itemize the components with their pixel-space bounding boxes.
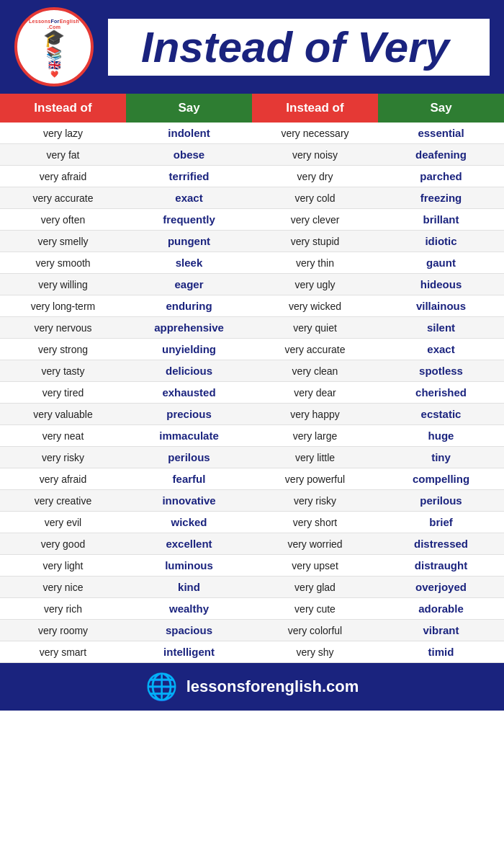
cell-r23-c2: very colorful: [252, 620, 378, 641]
table-row: very richwealthyvery cuteadorable: [0, 598, 504, 620]
cell-r8-c1: enduring: [126, 295, 252, 317]
cell-r2-c3: parched: [378, 166, 504, 187]
cell-r21-c2: very glad: [252, 577, 378, 598]
cell-r17-c1: innovative: [126, 490, 252, 512]
cell-r24-c1: intelligent: [126, 641, 252, 663]
cell-r10-c3: exact: [378, 339, 504, 360]
table-row: very valuablepreciousvery happyecstatic: [0, 404, 504, 425]
cell-r1-c2: very noisy: [252, 144, 378, 166]
cell-r21-c3: overjoyed: [378, 577, 504, 598]
cell-r2-c0: very afraid: [0, 166, 126, 187]
flag-icon: 🇬🇧: [48, 60, 60, 71]
cell-r0-c3: essential: [378, 123, 504, 144]
cell-r2-c2: very dry: [252, 166, 378, 187]
col1-header: Instead of: [0, 94, 126, 123]
table-row: very nicekindvery gladoverjoyed: [0, 577, 504, 598]
table-row: very long-termenduringvery wickedvillain…: [0, 295, 504, 317]
table-row: very fatobesevery noisydeafening: [0, 144, 504, 166]
cell-r24-c0: very smart: [0, 641, 126, 663]
cell-r3-c0: very accurate: [0, 187, 126, 209]
footer: 🌐 lessonsforenglish.com: [0, 663, 504, 711]
cell-r3-c3: freezing: [378, 187, 504, 209]
cell-r10-c2: very accurate: [252, 339, 378, 360]
table-row: very nervousapprehensivevery quietsilent: [0, 317, 504, 339]
cell-r19-c3: distressed: [378, 533, 504, 555]
cell-r2-c1: terrified: [126, 166, 252, 187]
cell-r1-c3: deafening: [378, 144, 504, 166]
table-row: very creativeinnovativevery riskyperilou…: [0, 490, 504, 512]
cell-r10-c1: unyielding: [126, 339, 252, 360]
cell-r17-c3: perilous: [378, 490, 504, 512]
table-row: very lightluminousvery upsetdistraught: [0, 555, 504, 577]
cell-r11-c1: delicious: [126, 360, 252, 382]
cell-r22-c3: adorable: [378, 598, 504, 620]
cell-r12-c2: very dear: [252, 382, 378, 404]
col2-header: Say: [126, 94, 252, 123]
footer-url: lessonsforenglish.com: [186, 677, 359, 696]
cell-r23-c1: spacious: [126, 620, 252, 641]
cell-r9-c2: very quiet: [252, 317, 378, 339]
col4-header: Say: [378, 94, 504, 123]
vocabulary-table: Instead of Say Instead of Say very lazyi…: [0, 94, 504, 663]
cell-r15-c3: tiny: [378, 447, 504, 468]
cell-r9-c1: apprehensive: [126, 317, 252, 339]
cell-r22-c0: very rich: [0, 598, 126, 620]
cell-r7-c1: eager: [126, 274, 252, 295]
cell-r8-c2: very wicked: [252, 295, 378, 317]
cell-r4-c1: frequently: [126, 209, 252, 231]
cell-r16-c3: compelling: [378, 468, 504, 490]
cell-r4-c3: brillant: [378, 209, 504, 231]
cell-r0-c1: indolent: [126, 123, 252, 144]
cell-r3-c1: exact: [126, 187, 252, 209]
cell-r12-c1: exhausted: [126, 382, 252, 404]
cell-r13-c2: very happy: [252, 404, 378, 425]
logo: LessonsForEnglish .Com 🎓 📚 🇬🇧 ❤️: [14, 7, 94, 86]
cell-r18-c0: very evil: [0, 512, 126, 533]
cell-r8-c3: villainous: [378, 295, 504, 317]
table-row: very tastydeliciousvery cleanspotless: [0, 360, 504, 382]
cell-r9-c0: very nervous: [0, 317, 126, 339]
cell-r23-c0: very roomy: [0, 620, 126, 641]
cell-r5-c2: very stupid: [252, 231, 378, 252]
table-row: very lazyindolentvery necessaryessential: [0, 123, 504, 144]
table-row: very oftenfrequentlyvery cleverbrillant: [0, 209, 504, 231]
cell-r5-c1: pungent: [126, 231, 252, 252]
cell-r20-c3: distraught: [378, 555, 504, 577]
cell-r7-c0: very willing: [0, 274, 126, 295]
globe-icon: 🌐: [145, 672, 178, 702]
table-row: very accurateexactvery coldfreezing: [0, 187, 504, 209]
cell-r20-c0: very light: [0, 555, 126, 577]
cell-r20-c2: very upset: [252, 555, 378, 577]
table-row: very smoothsleekvery thingaunt: [0, 252, 504, 274]
cell-r15-c1: perilous: [126, 447, 252, 468]
cell-r8-c0: very long-term: [0, 295, 126, 317]
cell-r17-c0: very creative: [0, 490, 126, 512]
cell-r13-c3: ecstatic: [378, 404, 504, 425]
cell-r5-c3: idiotic: [378, 231, 504, 252]
cell-r16-c0: very afraid: [0, 468, 126, 490]
cell-r12-c3: cherished: [378, 382, 504, 404]
cell-r11-c3: spotless: [378, 360, 504, 382]
table-row: very willingeagervery uglyhideous: [0, 274, 504, 295]
cell-r16-c2: very powerful: [252, 468, 378, 490]
table-body: very lazyindolentvery necessaryessential…: [0, 123, 504, 663]
table-row: very smartintelligentvery shytimid: [0, 641, 504, 663]
cell-r15-c0: very risky: [0, 447, 126, 468]
table-row: very goodexcellentvery worrieddistressed: [0, 533, 504, 555]
cell-r16-c1: fearful: [126, 468, 252, 490]
table-row: very afraidterrifiedvery dryparched: [0, 166, 504, 187]
header: LessonsForEnglish .Com 🎓 📚 🇬🇧 ❤️ Instead…: [0, 0, 504, 94]
cell-r0-c2: very necessary: [252, 123, 378, 144]
cell-r20-c1: luminous: [126, 555, 252, 577]
cell-r19-c2: very worried: [252, 533, 378, 555]
cell-r4-c0: very often: [0, 209, 126, 231]
cell-r6-c1: sleek: [126, 252, 252, 274]
cell-r6-c3: gaunt: [378, 252, 504, 274]
cell-r24-c2: very shy: [252, 641, 378, 663]
cell-r3-c2: very cold: [252, 187, 378, 209]
table-row: very roomyspaciousvery colorfulvibrant: [0, 620, 504, 641]
cell-r13-c0: very valuable: [0, 404, 126, 425]
table-row: very strongunyieldingvery accurateexact: [0, 339, 504, 360]
table-row: very neatimmaculatevery largehuge: [0, 425, 504, 447]
table-row: very afraidfearfulvery powerfulcompellin…: [0, 468, 504, 490]
